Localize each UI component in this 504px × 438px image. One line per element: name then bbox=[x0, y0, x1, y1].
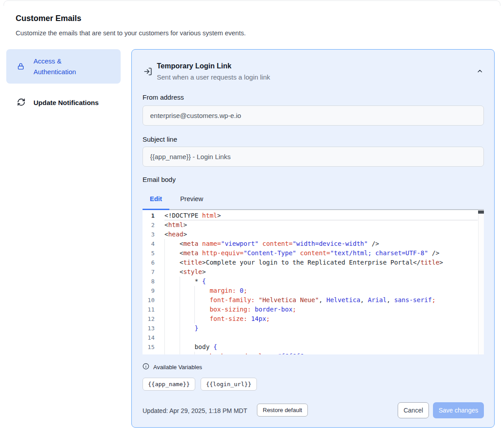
available-variables-row: Available Variables bbox=[143, 363, 202, 371]
page-subtitle: Customize the emails that are sent to yo… bbox=[16, 29, 246, 37]
editor-scrollbar-thumb[interactable] bbox=[478, 211, 484, 214]
code-line: 11 box-sizing: border-box; bbox=[143, 305, 484, 314]
restore-default-button[interactable]: Restore default bbox=[257, 404, 308, 417]
code-editor-lines: 1<!DOCTYPE html>2<html>3<head>4 <meta na… bbox=[143, 211, 484, 354]
tab-edit[interactable]: Edit bbox=[143, 191, 169, 210]
log-in-icon bbox=[143, 67, 152, 78]
code-line: 6 <title>Complete your login to the Repl… bbox=[143, 258, 484, 267]
code-editor[interactable]: 1<!DOCTYPE html>2<html>3<head>4 <meta na… bbox=[143, 210, 484, 354]
code-line: 5 <meta http-equiv="Content-Type" conten… bbox=[143, 248, 484, 258]
email-body-label: Email body bbox=[143, 176, 176, 183]
page-title: Customer Emails bbox=[16, 14, 81, 23]
from-address-label: From address bbox=[143, 93, 184, 101]
from-address-input[interactable] bbox=[143, 105, 484, 126]
code-line: 12 font-size: 14px; bbox=[143, 314, 484, 324]
code-line: 4 <meta name="viewport" content="width=d… bbox=[143, 239, 484, 248]
code-line: 1<!DOCTYPE html> bbox=[143, 211, 484, 220]
sidebar: Access & Authentication Update Notificat… bbox=[6, 49, 121, 114]
code-line: 15 body { bbox=[143, 342, 484, 352]
code-line: 9 margin: 0; bbox=[143, 286, 484, 295]
updated-timestamp: Updated: Apr 29, 2025, 1:18 PM MDT bbox=[143, 407, 247, 414]
sidebar-item-access-authentication[interactable]: Access & Authentication bbox=[6, 49, 121, 84]
subject-line-input[interactable] bbox=[143, 147, 484, 167]
variable-chips: {{app_name}}{{login_url}} bbox=[143, 378, 257, 391]
available-variables-label: Available Variables bbox=[153, 364, 202, 371]
email-settings-card: Temporary Login Link Sent when a user re… bbox=[131, 49, 495, 428]
code-line: 14 bbox=[143, 333, 484, 342]
variable-chip[interactable]: {{app_name}} bbox=[143, 378, 195, 391]
cancel-button[interactable]: Cancel bbox=[398, 402, 429, 418]
tab-preview[interactable]: Preview bbox=[169, 191, 214, 210]
editor-scrollbar-track[interactable] bbox=[478, 210, 484, 354]
sidebar-item-label: Update Notifications bbox=[34, 97, 118, 108]
card-subtitle: Sent when a user requests a login link bbox=[157, 73, 270, 81]
code-line: 3<head> bbox=[143, 230, 484, 239]
card-title: Temporary Login Link bbox=[157, 62, 231, 70]
code-line: 13 } bbox=[143, 324, 484, 333]
code-line: 7 <style> bbox=[143, 267, 484, 277]
subject-line-label: Subject line bbox=[143, 135, 177, 143]
info-icon bbox=[143, 363, 149, 371]
variable-chip[interactable]: {{login_url}} bbox=[201, 378, 257, 391]
save-changes-button[interactable]: Save changes bbox=[433, 402, 484, 418]
code-line: 10 font-family: "Helvetica Neue", Helvet… bbox=[143, 295, 484, 305]
sidebar-item-update-notifications[interactable]: Update Notifications bbox=[6, 91, 121, 114]
code-line: 2<html> bbox=[143, 220, 484, 230]
sidebar-item-label: Access & Authentication bbox=[34, 56, 96, 77]
chevron-up-icon[interactable] bbox=[476, 67, 483, 76]
lock-icon bbox=[17, 63, 25, 72]
code-line: 8 * { bbox=[143, 277, 484, 286]
section-top-border bbox=[4, 0, 500, 6]
sync-icon bbox=[17, 98, 25, 108]
code-line: 16 background-color: #f6f6f6; bbox=[143, 352, 484, 354]
editor-tabbar: Edit Preview bbox=[143, 191, 484, 210]
